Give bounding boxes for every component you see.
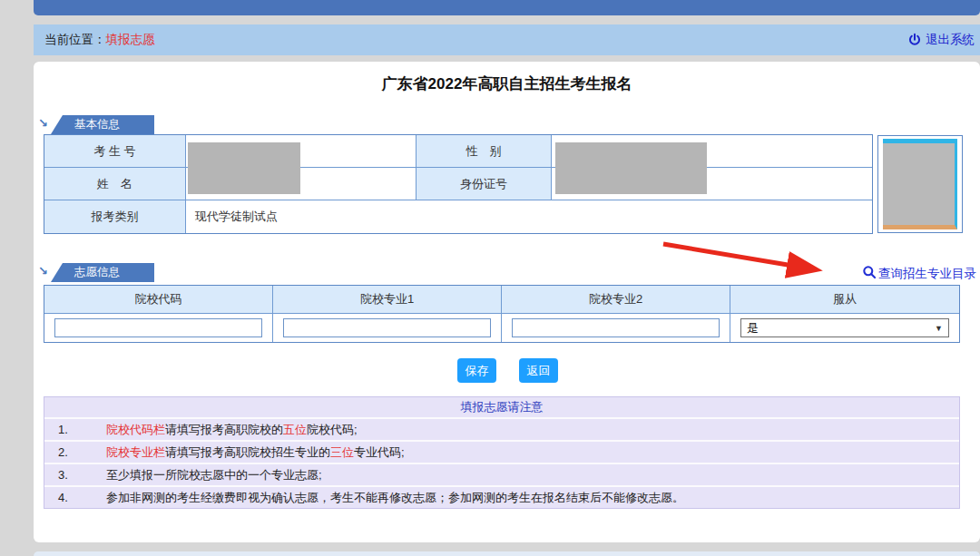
col-college-code: 院校代码 — [44, 286, 273, 314]
note-row: 1. 院校代码栏请填写报考高职院校的五位院校代码; — [44, 419, 959, 442]
tab-basic-info: 基本信息 — [51, 115, 154, 134]
major-2-cell — [502, 314, 730, 342]
save-button[interactable]: 保存 — [457, 358, 496, 383]
next-panel-top-edge — [34, 551, 980, 556]
note-number: 1. — [44, 423, 86, 436]
preference-table-header: 院校代码 院校专业1 院校专业2 服从 — [44, 286, 959, 314]
tab-preference-info: 志愿信息 — [51, 263, 154, 282]
gender-label: 性 别 — [416, 135, 552, 168]
note-text: 至少填报一所院校志愿中的一个专业志愿; — [86, 467, 322, 483]
back-button[interactable]: 返回 — [519, 358, 558, 383]
redaction-block — [188, 142, 300, 194]
logout-label: 退出系统 — [926, 32, 975, 48]
category-value: 现代学徒制试点 — [186, 200, 872, 233]
category-label: 报考类别 — [44, 200, 186, 233]
redaction-block — [555, 142, 707, 194]
note-number: 4. — [44, 491, 86, 504]
query-major-catalog-link[interactable]: 查询招生专业目录 — [862, 265, 976, 282]
name-label: 姓 名 — [44, 168, 186, 200]
chevron-down-icon: ▼ — [935, 324, 943, 333]
note-text: 院校代码栏请填写报考高职院校的五位院校代码; — [86, 422, 358, 438]
breadcrumb-band: 当前位置：填报志愿 退出系统 — [34, 24, 980, 55]
breadcrumb-label: 当前位置： — [44, 33, 106, 46]
col-obey: 服从 — [730, 286, 959, 314]
breadcrumb-current-page: 填报志愿 — [106, 33, 155, 46]
page-title: 广东省2022年高职自主招生考生报名 — [34, 73, 980, 94]
note-row: 3. 至少填报一所院校志愿中的一个专业志愿; — [44, 464, 959, 487]
section-corner-arrow-icon: ↘ — [38, 116, 48, 130]
note-row: 2. 院校专业栏请填写报考高职院校招生专业的三位专业代码; — [44, 442, 959, 464]
note-number: 2. — [44, 445, 86, 459]
section-corner-arrow-icon: ↘ — [38, 264, 48, 278]
obey-selected-value: 是 — [747, 320, 759, 337]
notes-title: 填报志愿请注意 — [44, 397, 959, 419]
red-annotation-arrow — [659, 239, 831, 279]
breadcrumb: 当前位置：填报志愿 — [44, 24, 155, 55]
candidate-photo — [883, 139, 957, 229]
notes-panel: 填报志愿请注意 1. 院校代码栏请填写报考高职院校的五位院校代码; 2. 院校专… — [44, 396, 960, 509]
col-major-1: 院校专业1 — [273, 286, 502, 314]
top-navigation-bar — [34, 0, 980, 15]
note-text: 院校专业栏请填写报考高职院校招生专业的三位专业代码; — [86, 444, 405, 461]
search-icon — [862, 265, 877, 282]
logout-button[interactable]: 退出系统 — [907, 24, 975, 55]
obey-select[interactable]: 是 ▼ — [740, 318, 949, 337]
query-major-catalog-label: 查询招生专业目录 — [878, 266, 976, 282]
preference-table-row: 是 ▼ — [44, 314, 959, 342]
obey-cell: 是 ▼ — [730, 314, 959, 342]
major-1-cell — [273, 314, 502, 342]
note-text: 参加非网测的考生经缴费即视为确认志愿，考生不能再修改志愿；参加网测的考生在报名结… — [86, 490, 684, 506]
college-code-input[interactable] — [54, 318, 262, 337]
id-no-label: 身份证号 — [416, 168, 552, 200]
basic-info-table: 考 生 号 性 别 姓 名 身份证号 报考类别 现代学徒制试点 — [44, 134, 873, 234]
college-code-cell — [44, 314, 273, 342]
power-icon — [907, 33, 922, 47]
note-row: 4. 参加非网测的考生经缴费即视为确认志愿，考生不能再修改志愿；参加网测的考生在… — [44, 487, 959, 508]
col-major-2: 院校专业2 — [502, 286, 730, 314]
main-content-card: 广东省2022年高职自主招生考生报名 ↘ 基本信息 考 生 号 性 别 姓 名 … — [34, 62, 980, 542]
major-2-input[interactable] — [512, 318, 720, 337]
preference-table: 院校代码 院校专业1 院校专业2 服从 是 ▼ — [44, 285, 960, 343]
candidate-no-label: 考 生 号 — [44, 135, 186, 168]
major-1-input[interactable] — [283, 318, 491, 337]
note-number: 3. — [44, 468, 86, 482]
photo-cell — [877, 135, 963, 233]
